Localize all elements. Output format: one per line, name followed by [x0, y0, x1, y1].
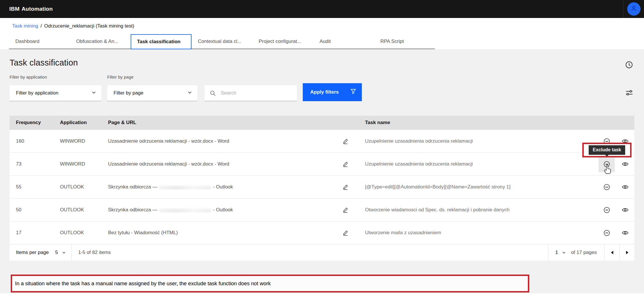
filter-labels: Filter by application Filter by page	[10, 75, 634, 81]
cell-application: WINWORD	[54, 138, 102, 144]
pagination-left: Items per page 5 1-5 of 82 items	[10, 244, 111, 261]
chevron-down-icon	[562, 251, 566, 255]
cell-task-name: [@Type=edit][@AutomationId=Body][@Name=Z…	[357, 184, 597, 190]
cell-frequency: 17	[10, 230, 54, 236]
breadcrumb-separator: /	[41, 23, 42, 29]
cell-frequency: 50	[10, 207, 54, 213]
total-pages-text: of 17 pages	[571, 250, 604, 255]
pagination-bar: Items per page 5 1-5 of 82 items 1	[10, 244, 634, 261]
column-header-frequency: Frequency	[10, 120, 54, 126]
tab-rpa-script[interactable]: RPA Script	[374, 34, 435, 49]
breadcrumb: Task mining / Odrzucenie_reklamacji (Tas…	[0, 18, 644, 34]
edit-pencil-icon[interactable]	[342, 138, 349, 144]
avatar	[627, 2, 641, 16]
filter-page-dropdown[interactable]: Filter by page	[107, 85, 197, 101]
exclude-task-icon[interactable]	[599, 179, 615, 195]
filter-application-dropdown[interactable]: Filter by application	[10, 85, 101, 101]
cell-frequency: 55	[10, 184, 54, 190]
filter-application-value: Filter by application	[16, 90, 92, 96]
user-icon	[630, 5, 638, 13]
page-number-dropdown[interactable]: 1	[548, 244, 571, 261]
edit-pencil-icon[interactable]	[342, 230, 349, 236]
cell-task-name: Uzupelnienie uzasadnienia odrzucenia rek…	[357, 138, 597, 144]
chevron-down-icon	[92, 90, 96, 96]
tab-project-configuration[interactable]: Project configurat...	[252, 34, 313, 49]
cell-application: WINWORD	[54, 161, 102, 167]
cell-page-url-suffix: - Outlook	[213, 207, 233, 213]
cell-frequency: 73	[10, 161, 54, 167]
table-row: 17 OUTLOOK Bez tytułu - Wiadomość (HTML)…	[10, 221, 634, 244]
page-number-value: 1	[555, 250, 558, 255]
cell-task-name: Utworzenie maila z uzasadnieniem	[357, 230, 597, 236]
tab-bar: Dashboard Obfuscation & An... Task class…	[0, 34, 644, 49]
search-field	[205, 85, 297, 101]
page-title: Task classification	[10, 58, 634, 68]
items-per-page-value: 5	[55, 250, 58, 255]
apply-filters-button[interactable]: Apply filters	[303, 83, 362, 101]
annotation-text: In a situation where the task has a manu…	[15, 281, 271, 287]
filter-page-value: Filter by page	[114, 90, 187, 96]
breadcrumb-current: Odrzucenie_reklamacji (Task mining test)	[44, 23, 134, 29]
exclude-task-tooltip-annotation: Exclude task	[582, 143, 632, 157]
table-row: 55 OUTLOOK Skrzynka odbiorcza — - Outloo…	[10, 175, 634, 198]
view-task-eye-icon[interactable]	[617, 225, 633, 241]
brand-product: Automation	[21, 6, 53, 12]
cell-application: OUTLOOK	[54, 207, 102, 213]
search-input[interactable]	[205, 85, 297, 101]
view-task-eye-icon[interactable]	[617, 156, 633, 172]
annotation-note-box: In a situation where the task has a manu…	[11, 275, 529, 293]
exclude-task-tooltip: Exclude task	[589, 145, 625, 155]
user-avatar-button[interactable]	[624, 0, 644, 18]
cell-page-url: Uzasadnienie odrzucenia reklamacji - wzó…	[108, 161, 229, 167]
column-header-application: Application	[54, 120, 102, 126]
chevron-down-icon	[187, 90, 192, 96]
caret-left-icon	[611, 251, 613, 254]
tab-contextual-data[interactable]: Contextual data cl...	[191, 34, 252, 49]
items-per-page-dropdown[interactable]	[62, 251, 66, 255]
view-task-eye-icon[interactable]	[617, 202, 633, 218]
table-header-row: Frequency Application Page & URL Task na…	[10, 116, 634, 130]
tab-dashboard[interactable]: Dashboard	[9, 34, 70, 49]
search-icon	[210, 90, 216, 97]
tooltip-label: Exclude task	[593, 147, 621, 152]
edit-pencil-icon[interactable]	[342, 161, 349, 167]
next-page-button[interactable]	[619, 244, 634, 261]
edit-pencil-icon[interactable]	[342, 207, 349, 213]
tab-audit[interactable]: Audit	[313, 34, 374, 49]
table-row: 160 WINWORD Uzasadnienie odrzucenia rekl…	[10, 130, 634, 152]
filter-controls: Filter by application Filter by page	[10, 83, 634, 101]
app-header: IBMAutomation	[0, 0, 644, 18]
tab-task-classification[interactable]: Task classification	[131, 34, 191, 49]
cell-page-url: Skrzynka odbiorcza —	[108, 184, 157, 190]
items-range-text: 1-5 of 82 items	[72, 250, 111, 255]
exclude-task-icon[interactable]	[599, 225, 615, 241]
task-classification-table: Frequency Application Page & URL Task na…	[10, 116, 634, 261]
redacted-email-blur	[159, 209, 211, 213]
breadcrumb-link-task-mining[interactable]: Task mining	[12, 23, 38, 29]
task-mining-page: IBMAutomation Task mining / Odrzucenie_r…	[0, 0, 644, 296]
table-settings-sliders-icon[interactable]	[625, 89, 633, 97]
view-task-eye-icon[interactable]	[617, 179, 633, 195]
items-per-page-label: Items per page	[10, 250, 49, 255]
filters-section: Filter by application Filter by page Fil…	[10, 75, 634, 101]
brand-ibm: IBM	[9, 6, 19, 12]
table-row: 50 OUTLOOK Skrzynka odbiorcza — - Outloo…	[10, 198, 634, 221]
title-block: Task classification	[10, 49, 634, 68]
edit-pencil-icon[interactable]	[342, 184, 349, 190]
history-clock-icon[interactable]	[625, 61, 633, 69]
cell-frequency: 160	[10, 138, 54, 144]
filter-page-label: Filter by page	[107, 75, 134, 79]
tab-obfuscation[interactable]: Obfuscation & An...	[70, 34, 131, 49]
cell-page-url-suffix: - Outlook	[213, 184, 233, 190]
exclude-task-icon-hovered[interactable]	[599, 156, 615, 172]
cell-application: OUTLOOK	[54, 230, 102, 236]
table-row: 73 WINWORD Uzasadnienie odrzucenia rekla…	[10, 152, 634, 175]
cell-application: OUTLOOK	[54, 184, 102, 190]
pagination-right: 1 of 17 pages	[548, 244, 634, 261]
filter-application-label: Filter by application	[10, 75, 47, 79]
previous-page-button[interactable]	[604, 244, 619, 261]
cell-page-url: Bez tytułu - Wiadomość (HTML)	[108, 230, 178, 236]
exclude-task-icon[interactable]	[599, 202, 615, 218]
apply-filters-label: Apply filters	[310, 89, 339, 95]
redacted-email-blur	[159, 186, 211, 190]
